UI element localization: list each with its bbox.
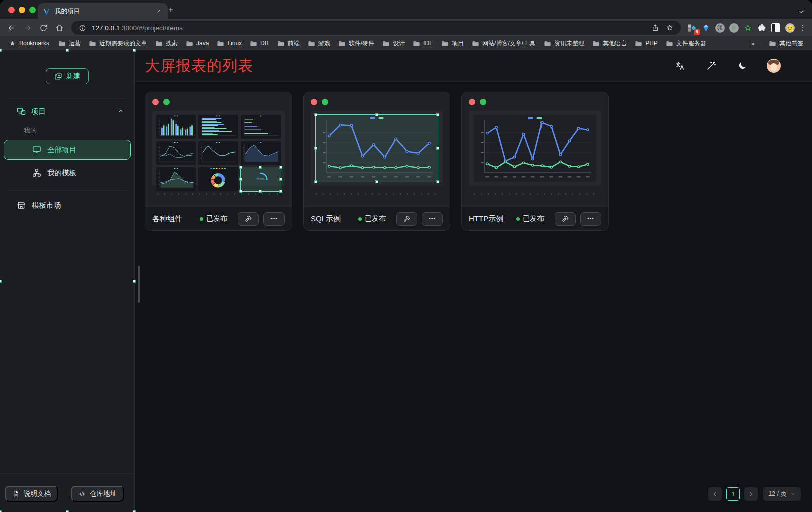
edit-hammer-button[interactable]	[238, 212, 259, 226]
sidebar-group-projects[interactable]: 项目	[0, 103, 134, 120]
back-button[interactable]	[4, 21, 18, 35]
bookmark-label: 其他语言	[603, 39, 627, 48]
language-translate-icon[interactable]	[675, 60, 686, 71]
selection-handle[interactable]	[314, 180, 317, 183]
prev-page-button[interactable]	[708, 487, 722, 501]
extension-command-icon[interactable]: ⌘	[714, 22, 726, 34]
bookmark-folder[interactable]: 前端	[274, 38, 303, 49]
extension-sidebar-icon[interactable]	[770, 22, 782, 34]
project-card-components[interactable]: 25.00% 各种组件 已发布 •••	[145, 92, 292, 231]
folder-icon	[592, 40, 600, 47]
folder-icon	[277, 40, 285, 47]
bookmark-folder[interactable]: 项目	[438, 38, 467, 49]
extension-blocks-icon[interactable]: 9	[686, 22, 698, 34]
scrollbar-thumb[interactable]	[138, 266, 140, 303]
share-icon[interactable]	[650, 23, 660, 33]
chevron-up-icon[interactable]	[117, 108, 124, 115]
other-bookmarks-folder[interactable]: 其他书签	[765, 38, 807, 49]
tab-search-chevron-icon[interactable]	[798, 8, 805, 15]
bookmark-folder[interactable]: Java	[182, 38, 212, 49]
docs-button[interactable]: 说明文档	[5, 486, 58, 502]
edit-hammer-button[interactable]	[555, 212, 576, 226]
forward-button[interactable]	[20, 21, 34, 35]
new-project-button[interactable]: 新建	[46, 68, 89, 84]
selection-handle[interactable]	[239, 166, 242, 169]
reload-button[interactable]	[36, 21, 50, 35]
bookmark-folder[interactable]: 网站/博客/文章/工具	[468, 38, 539, 49]
bookmark-star-icon[interactable]	[665, 23, 675, 33]
edit-hammer-button[interactable]	[396, 212, 417, 226]
project-card-sql[interactable]: SQL示例 已发布 •••	[303, 92, 450, 231]
more-actions-button[interactable]: •••	[422, 212, 443, 226]
bookmark-folder[interactable]: 游戏	[304, 38, 334, 49]
bookmark-folder[interactable]: IDE	[409, 38, 437, 49]
bookmark-folder[interactable]: 软件/硬件	[335, 38, 378, 49]
extension-record-icon[interactable]	[728, 22, 740, 34]
tab-close-icon[interactable]	[155, 7, 163, 15]
status-badge: 已发布	[200, 214, 227, 223]
bookmark-folder[interactable]: DB	[246, 38, 273, 49]
browser-menu-icon[interactable]: ⋮	[798, 23, 808, 32]
selection-handle[interactable]	[279, 190, 282, 193]
dark-mode-moon-icon[interactable]	[737, 60, 748, 71]
extension-green-star-icon[interactable]	[742, 22, 754, 34]
selection-handle[interactable]	[259, 166, 262, 169]
address-bar[interactable]: 127.0.0.1:3000/#/project/items	[71, 21, 681, 35]
sidebar-item-all-projects[interactable]: 全部项目	[4, 140, 130, 159]
selection-handle[interactable]	[0, 280, 2, 283]
browser-tab[interactable]: 我的项目	[38, 3, 168, 19]
sidebar-item-my-templates[interactable]: 我的模板	[4, 163, 130, 182]
selection-handle[interactable]	[279, 166, 282, 169]
profile-avatar-icon[interactable]	[784, 22, 796, 34]
bookmark-label: Bookmarks	[19, 40, 49, 47]
repository-button[interactable]: 仓库地址	[71, 486, 124, 502]
bookmarks-manager-item[interactable]: Bookmarks	[5, 38, 53, 49]
selection-handle[interactable]	[239, 178, 242, 181]
bookmark-folder[interactable]: 运营	[55, 38, 84, 49]
extensions-puzzle-icon[interactable]	[756, 22, 768, 34]
selection-handle[interactable]	[66, 49, 69, 52]
magic-wand-icon[interactable]	[706, 60, 717, 71]
bookmark-folder[interactable]: 其他语言	[589, 38, 630, 49]
more-actions-button[interactable]: •••	[580, 212, 601, 226]
selection-handle[interactable]	[314, 113, 317, 116]
selection-handle[interactable]	[133, 49, 136, 52]
bookmark-folder[interactable]: 资讯未整理	[540, 38, 588, 49]
bookmark-label: 网站/博客/文章/工具	[482, 39, 535, 48]
selection-handle[interactable]	[0, 49, 2, 52]
site-info-icon[interactable]	[77, 23, 87, 33]
window-zoom-button[interactable]	[29, 7, 36, 13]
selection-handle[interactable]	[133, 280, 136, 283]
next-page-button[interactable]	[744, 487, 758, 501]
selection-handle[interactable]	[436, 180, 439, 183]
window-minimize-button[interactable]	[19, 7, 25, 13]
selection-handle[interactable]	[239, 190, 242, 193]
selection-handle[interactable]	[375, 113, 378, 116]
bookmark-folder[interactable]: PHP	[631, 38, 661, 49]
folder-icon	[441, 40, 449, 47]
selection-handle[interactable]	[436, 113, 439, 116]
project-card-http[interactable]: HTTP示例 已发布 •••	[461, 92, 609, 231]
user-avatar[interactable]	[767, 59, 781, 73]
sidebar-item-template-market[interactable]: 模板市场	[0, 196, 134, 215]
bookmarks-overflow-chevron[interactable]: »	[751, 40, 755, 47]
selection-handle[interactable]	[279, 178, 282, 181]
current-page-button[interactable]: 1	[726, 487, 740, 501]
more-actions-button[interactable]: •••	[263, 212, 285, 226]
bookmark-folder[interactable]: 近期需要读的文章	[85, 38, 151, 49]
new-tab-button[interactable]	[164, 3, 177, 16]
page-size-select[interactable]: 12 / 页	[763, 487, 801, 501]
bookmark-folder[interactable]: 搜索	[152, 38, 181, 49]
bookmark-folder[interactable]: Linux	[213, 38, 245, 49]
bookmark-folder[interactable]: 设计	[379, 38, 408, 49]
selection-handle[interactable]	[259, 190, 262, 193]
home-button[interactable]	[52, 21, 66, 35]
window-close-button[interactable]	[8, 7, 15, 13]
selection-handle[interactable]	[436, 147, 439, 150]
bookmark-folder[interactable]: 文件服务器	[662, 38, 710, 49]
mini-ring-progress: 25.00%	[241, 167, 281, 191]
selection-handle[interactable]	[314, 147, 317, 150]
bookmark-label: DB	[260, 40, 269, 47]
selection-handle[interactable]	[375, 180, 378, 183]
extension-gem-icon[interactable]	[700, 22, 712, 34]
